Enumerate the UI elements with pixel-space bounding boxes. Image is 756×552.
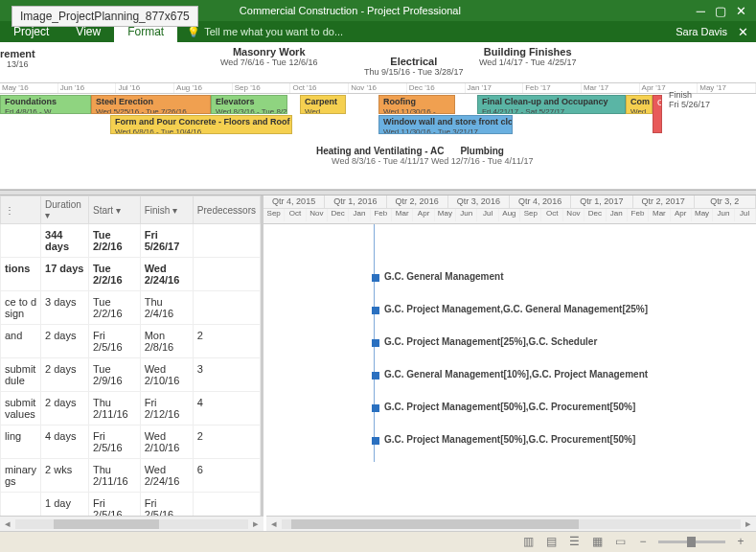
timeline-summary-finishes[interactable]: Building Finishes Wed 1/4/17 - Tue 4/25/… xyxy=(479,46,576,67)
view-gantt-icon[interactable]: ▥ xyxy=(520,535,536,550)
scroll-right-icon[interactable]: ▸ xyxy=(248,518,263,530)
timeline-callout-plumbing[interactable]: Plumbing Wed 12/7/16 - Tue 4/11/17 xyxy=(431,146,533,166)
gantt-bar[interactable] xyxy=(372,372,379,380)
gantt-bar[interactable] xyxy=(372,339,379,347)
gantt-body[interactable]: G.C. General Management G.C. Project Man… xyxy=(263,224,756,462)
gantt-bar-label: G.C. Project Management[50%],G.C. Procur… xyxy=(384,402,635,412)
scroll-right-icon[interactable]: ▸ xyxy=(741,518,756,530)
scroll-thumb[interactable] xyxy=(54,519,159,529)
timeline-callout-hvac[interactable]: Heating and Ventilating - AC Wed 8/3/16 … xyxy=(316,146,445,166)
table-row[interactable]: minary gs2 wksThu 2/11/16Wed 2/24/166 xyxy=(1,459,261,493)
mon: Jun xyxy=(456,209,477,221)
qtr: Qtr 3, 2 xyxy=(695,196,756,208)
chart-hscrollbar[interactable]: ◂ ▸ xyxy=(266,516,756,531)
zoom-slider[interactable] xyxy=(658,540,725,543)
timeline-bar-c[interactable]: C xyxy=(653,95,662,133)
timeline-bar-elevators[interactable]: Elevators Wed 8/3/16 - Tue 8/27/16 xyxy=(211,95,287,114)
gantt-bar[interactable] xyxy=(372,404,379,412)
gantt-row[interactable]: G.C. Project Management[25%],G.C. Schedu… xyxy=(263,332,756,364)
dates: Wed ... xyxy=(305,107,329,114)
timeline-bar-com[interactable]: Com Wed xyxy=(626,95,653,114)
task-grid[interactable]: ⋮ Duration ▾ Start ▾ Finish ▾ Predecesso… xyxy=(0,196,263,518)
scroll-left-icon[interactable]: ◂ xyxy=(266,518,282,530)
minimize-button[interactable]: ─ xyxy=(697,4,705,18)
timeline-finish-marker: Finish Fri 5/26/17 xyxy=(669,90,710,109)
col-handle[interactable]: ⋮ xyxy=(1,196,41,224)
close-button[interactable]: ✕ xyxy=(736,4,746,18)
timeline-summary-masonry[interactable]: Masonry Work Wed 7/6/16 - Tue 12/6/16 xyxy=(220,46,317,67)
table-row[interactable]: submit dule2 daysTue 2/9/16Wed 2/10/163 xyxy=(1,358,261,392)
timeline-bar-roofing[interactable]: Roofing Wed 11/30/16 - xyxy=(378,95,455,114)
timeline-bar-steel[interactable]: Steel Erection Wed 5/25/16 - Tue 7/26/16 xyxy=(91,95,211,114)
grid-header-row: ⋮ Duration ▾ Start ▾ Finish ▾ Predecesso… xyxy=(1,196,261,224)
gantt-chart[interactable]: Qtr 4, 2015 Qtr 1, 2016 Qtr 2, 2016 Qtr … xyxy=(263,196,756,518)
gantt-bar[interactable] xyxy=(372,274,379,282)
timeline-view[interactable]: rement 13/16 Masonry Work Wed 7/6/16 - T… xyxy=(0,42,756,190)
timeline-bar-carpentry[interactable]: Carpent Wed ... xyxy=(300,95,346,114)
close-document-button[interactable]: ✕ xyxy=(738,25,748,39)
gantt-row[interactable] xyxy=(263,224,756,245)
gantt-view: ⋮ Duration ▾ Start ▾ Finish ▾ Predecesso… xyxy=(0,196,756,518)
gantt-timescale[interactable]: Qtr 4, 2015 Qtr 1, 2016 Qtr 2, 2016 Qtr … xyxy=(263,196,756,224)
label: Steel Erection xyxy=(96,98,206,106)
table-row[interactable]: 344 daysTue 2/2/16Fri 5/26/17 xyxy=(1,224,261,258)
maximize-button[interactable]: ▢ xyxy=(715,4,726,18)
dates: Wed 7/6/16 - Tue 12/6/16 xyxy=(220,58,317,67)
mon: Jan xyxy=(349,209,370,221)
tick: Nov '16 xyxy=(349,83,407,93)
zoom-thumb[interactable] xyxy=(687,537,696,547)
mon: Jul xyxy=(735,209,756,221)
gantt-row[interactable]: G.C. General Management[10%],G.C. Projec… xyxy=(263,364,756,397)
qtr: Qtr 2, 2016 xyxy=(387,196,448,208)
gantt-row[interactable]: G.C. Project Management[50%],G.C. Procur… xyxy=(263,397,756,429)
scroll-thumb[interactable] xyxy=(291,519,579,529)
timeline-bar-cleanup[interactable]: Final Clean-up and Occupancy Fri 4/21/17… xyxy=(477,95,626,114)
gantt-bar[interactable] xyxy=(372,307,379,314)
scroll-left-icon[interactable]: ◂ xyxy=(0,518,15,530)
mon: May xyxy=(692,209,713,221)
table-row[interactable]: and2 daysFri 2/5/16Mon 2/8/162 xyxy=(1,325,261,358)
label: Form and Pour Concrete - Floors and Roof xyxy=(115,118,287,126)
label: rement xyxy=(0,48,35,59)
col-duration[interactable]: Duration ▾ xyxy=(41,196,89,224)
mon: Dec xyxy=(328,209,349,221)
table-row[interactable]: ling4 daysFri 2/5/16Wed 2/10/162 xyxy=(1,426,261,459)
scroll-track[interactable] xyxy=(282,519,741,529)
qtr: Qtr 4, 2015 xyxy=(263,196,325,208)
overlay-tooltip: Image_ProjectPlanning_877x675 xyxy=(11,6,198,27)
view-resource-icon[interactable]: ▭ xyxy=(612,535,628,550)
gantt-row[interactable]: G.C. Project Management,G.C. General Man… xyxy=(263,299,756,332)
label: Foundations xyxy=(5,98,86,106)
gantt-row[interactable] xyxy=(263,245,756,266)
signed-in-user[interactable]: Sara Davis xyxy=(676,26,727,37)
col-finish[interactable]: Finish ▾ xyxy=(140,196,193,224)
timeline-bar-concrete[interactable]: Form and Pour Concrete - Floors and Roof… xyxy=(110,115,292,134)
mon: Mar xyxy=(392,209,413,221)
col-start[interactable]: Start ▾ xyxy=(88,196,140,224)
mon: Sep xyxy=(520,209,541,221)
view-network-icon[interactable]: ☰ xyxy=(566,535,582,550)
gantt-bar[interactable] xyxy=(372,437,379,445)
scroll-track[interactable] xyxy=(15,519,248,529)
table-row[interactable]: ce to d sign3 daysTue 2/2/16Thu 2/4/16 xyxy=(1,291,261,325)
gantt-row[interactable]: G.C. Project Management[50%],G.C. Procur… xyxy=(263,429,756,462)
tell-me-search[interactable]: 💡 Tell me what you want to do... xyxy=(187,26,343,38)
zoom-in-button[interactable]: + xyxy=(733,535,748,550)
gantt-row[interactable]: G.C. General Management xyxy=(263,266,756,299)
label: Com xyxy=(630,98,648,106)
view-usage-icon[interactable]: ▤ xyxy=(543,535,559,550)
label: Electrical xyxy=(364,56,464,67)
table-row[interactable]: submit values2 daysThu 2/11/16Fri 2/12/1… xyxy=(1,392,261,426)
view-calendar-icon[interactable]: ▦ xyxy=(589,535,605,550)
col-predecessors[interactable]: Predecessors xyxy=(193,196,260,224)
dates: Thu 9/15/16 - Tue 3/28/17 xyxy=(364,67,464,77)
timeline-bar-window[interactable]: Window wall and store front closures Wed… xyxy=(378,115,513,134)
grid-hscrollbar[interactable]: ◂ ▸ xyxy=(0,516,263,531)
timeline-bar-foundations[interactable]: Foundations Fri 4/8/16 - W... xyxy=(0,95,91,114)
label: Building Finishes xyxy=(479,46,576,58)
table-row[interactable]: tions17 daysTue 2/2/16Wed 2/24/16 xyxy=(1,258,261,291)
timeline-summary-electrical[interactable]: Electrical Thu 9/15/16 - Tue 3/28/17 xyxy=(364,56,464,77)
zoom-out-button[interactable]: − xyxy=(635,535,651,550)
table-row[interactable]: 1 dayFri 2/5/16Fri 2/5/16 xyxy=(1,493,261,518)
timeline-summary-rement[interactable]: rement 13/16 xyxy=(0,48,35,69)
